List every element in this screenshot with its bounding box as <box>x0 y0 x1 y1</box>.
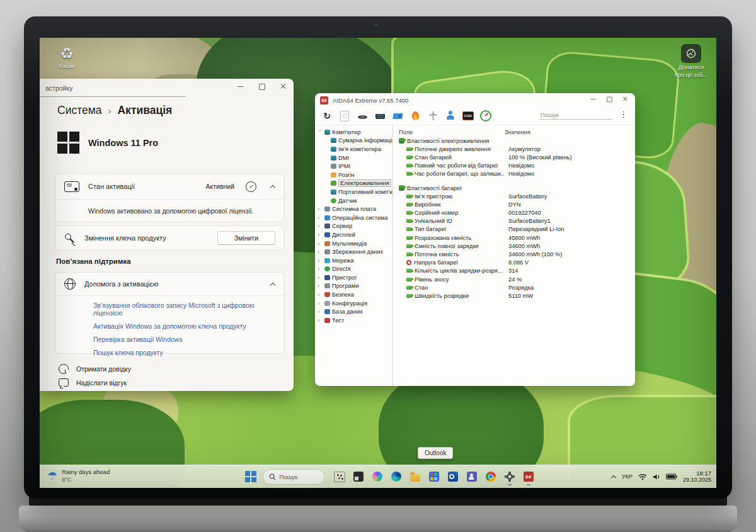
tree-item[interactable]: ›Дисплей <box>315 230 392 239</box>
activation-status-title: Стан активації <box>88 183 197 190</box>
maximize-button[interactable] <box>606 96 612 102</box>
aida64-titlebar: 64 AIDA64 Extreme v7.65.7400 <box>315 93 635 107</box>
tree-item-power-selected[interactable]: Електроживлення <box>315 179 392 188</box>
get-help-label: Отримати довідку <box>76 365 131 373</box>
tree-item[interactable]: ›База даних <box>315 307 392 316</box>
tree-item[interactable]: Датчик <box>315 196 392 205</box>
burn-in-icon[interactable] <box>410 110 421 122</box>
settings-search-input[interactable]: астройку <box>45 84 72 92</box>
benchmark-fan-icon[interactable] <box>427 110 438 122</box>
tree-item[interactable]: ›Операційна система <box>315 213 392 222</box>
license-icon <box>64 181 79 192</box>
aida64-window: 64 AIDA64 Extreme v7.65.7400 ↻ <box>315 93 635 386</box>
task-view-icon[interactable] <box>334 471 345 482</box>
tree-item[interactable]: Портативний комп’ютер <box>315 188 392 196</box>
outlook-icon[interactable] <box>447 471 459 482</box>
tree-item[interactable]: Розгін <box>315 171 392 179</box>
product-row: Windows 11 Pro <box>57 132 158 154</box>
chevron-up-icon[interactable] <box>270 184 275 189</box>
send-feedback-label: Надіслати відгук <box>76 379 127 387</box>
more-options-icon[interactable]: ⋮ <box>619 110 627 120</box>
battery-icon[interactable] <box>666 473 677 480</box>
microsoft-365-icon[interactable] <box>428 471 440 482</box>
minimize-button[interactable] <box>590 96 597 102</box>
field-row: ВиробникDYN <box>394 200 635 208</box>
get-help-link[interactable]: Отримати довідку <box>59 364 131 374</box>
date: 29.10.2025 <box>683 477 711 484</box>
change-key-button[interactable]: Змінити <box>217 231 275 245</box>
teams-icon[interactable] <box>466 471 478 482</box>
gpu-icon[interactable] <box>392 110 403 122</box>
edge-icon[interactable] <box>391 471 402 482</box>
volume-icon[interactable] <box>653 473 660 480</box>
copilot-icon[interactable] <box>372 471 383 482</box>
file-explorer-icon[interactable] <box>410 471 421 482</box>
taskbar-clock[interactable]: 18:17 29.10.2025 <box>683 470 711 484</box>
dark-app-icon[interactable] <box>353 471 364 482</box>
key-icon <box>64 232 76 244</box>
webcam-dot <box>374 23 379 27</box>
osd-icon[interactable]: OSD <box>462 110 474 122</box>
aida64-search-input[interactable]: Пошук <box>539 110 612 120</box>
close-button[interactable] <box>280 82 287 90</box>
language-indicator[interactable]: УКР <box>622 473 633 480</box>
activation-help-title: Допомога з активацією <box>84 280 261 288</box>
close-button[interactable] <box>622 96 629 102</box>
weather-widget[interactable]: ☂ Rainy days ahead 8°C <box>47 468 110 484</box>
user-icon[interactable] <box>445 110 456 122</box>
field-row: Ім’я пристроюSurfaceBattery <box>394 192 635 200</box>
tree-item[interactable]: ›Пристрої <box>315 273 392 282</box>
link-ms-account[interactable]: Зв’язування облікового запису Microsoft … <box>93 302 284 317</box>
settings-window: астройку Система › Активація Windows 11 … <box>40 79 294 391</box>
chevron-up-icon[interactable] <box>270 281 275 286</box>
report-icon[interactable] <box>339 110 350 122</box>
breadcrumb-activation: Активація <box>117 104 172 117</box>
activation-detail-text: Windows активовано за допомогою цифрової… <box>88 207 254 215</box>
memory-icon[interactable] <box>374 110 386 122</box>
chrome-icon[interactable] <box>485 471 496 482</box>
tree-item[interactable]: ›Тест <box>315 316 392 325</box>
tree-item[interactable]: ›Збереження даних <box>315 247 392 256</box>
activation-help-header[interactable]: Допомога з активацією <box>55 273 284 296</box>
field-row: Швидкість розрядки5110 mW <box>394 291 635 300</box>
breadcrumb-system[interactable]: Система <box>57 104 101 117</box>
tree-item-computer[interactable]: ›Комп’ютер <box>315 128 392 137</box>
tree-item[interactable]: ›Конфігурація <box>315 299 392 308</box>
time: 18:17 <box>696 470 711 477</box>
link-check-activation[interactable]: Перевірка активації Windows <box>93 336 284 343</box>
send-feedback-link[interactable]: Надіслати відгук <box>59 378 127 387</box>
minimize-button[interactable] <box>237 82 244 90</box>
tree-item[interactable]: DMI <box>315 154 392 162</box>
tree-item[interactable]: Сумарна інформація <box>315 137 392 145</box>
tree-item[interactable]: ›Програми <box>315 282 392 291</box>
tree-item[interactable]: IPMI <box>315 162 392 171</box>
column-value: Значення <box>505 129 530 135</box>
aida64-taskbar-icon[interactable]: 64 <box>523 471 534 482</box>
taskbar-search[interactable]: Пошук <box>263 469 325 485</box>
spotlight-shortcut[interactable]: Дізнатися про це зоб... <box>668 44 714 78</box>
tree-item[interactable]: ›Безпека <box>315 290 392 299</box>
link-activate-with-key[interactable]: Активація Windows за допомогою ключа про… <box>93 322 284 330</box>
refresh-icon[interactable]: ↻ <box>321 110 333 122</box>
wifi-icon[interactable] <box>638 473 647 480</box>
tree-item[interactable]: ›Сервер <box>315 222 392 231</box>
link-find-key[interactable]: Пошук ключа продукту <box>93 349 284 356</box>
tree-item[interactable]: ›Системна плата <box>315 205 392 213</box>
activation-status-header[interactable]: Стан активації Активний ✓ <box>55 174 284 200</box>
aida64-app-icon: 64 <box>320 96 328 105</box>
start-button[interactable] <box>245 471 256 482</box>
settings-gear-icon[interactable] <box>504 471 515 482</box>
breadcrumb: Система › Активація <box>57 104 172 117</box>
gauge-icon[interactable] <box>480 110 491 122</box>
tree-item[interactable]: ›Мережа <box>315 256 392 265</box>
summary-disc-icon[interactable] <box>357 110 368 122</box>
recycle-bin-shortcut[interactable]: ♻ Кошик <box>50 45 84 69</box>
weather-temp: 8°C <box>62 476 110 484</box>
tree-item[interactable]: ›Мультимедіа <box>315 239 392 248</box>
tray-chevron-up-icon[interactable] <box>610 474 616 480</box>
spotlight-label: Дізнатися <box>679 64 704 71</box>
tree-item[interactable]: ›DirectX <box>315 265 392 274</box>
maximize-button[interactable] <box>258 82 266 90</box>
tree-item[interactable]: Ім’я комп’ютера <box>315 145 392 154</box>
activation-help-card: Допомога з активацією Зв’язування обліко… <box>55 272 285 354</box>
